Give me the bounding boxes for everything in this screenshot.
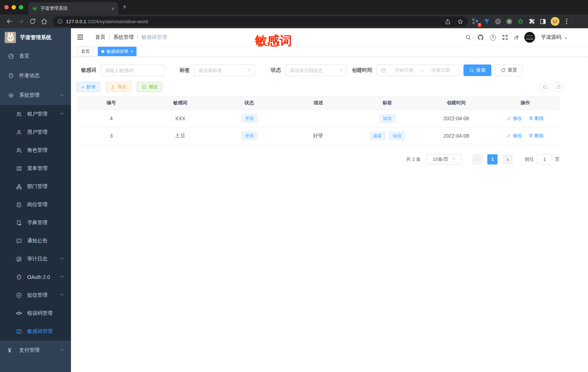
reload-icon[interactable] [29, 18, 36, 25]
tag-filter-select[interactable] [194, 64, 255, 76]
sidebar-item-sensitive-word[interactable]: 敏感词管理 [0, 322, 71, 340]
font-size-icon[interactable]: тT [514, 34, 518, 41]
bookmark-star-icon[interactable] [457, 18, 463, 25]
date-range-picker[interactable]: 开始日期 - 结束日期 [377, 64, 460, 76]
table-tools [539, 82, 563, 92]
status-filter-select[interactable] [285, 64, 347, 76]
url-text[interactable]: 127.0.0.1:1024/system/sensitive-word [66, 19, 438, 24]
export-button[interactable]: 导出 [106, 82, 131, 92]
breadcrumb-system[interactable]: 系统管理 [113, 34, 134, 41]
sidebar-item-post[interactable]: 岗位管理 [0, 196, 71, 214]
sidebar-item-menu[interactable]: 菜单管理 [0, 159, 71, 177]
back-icon[interactable] [6, 18, 13, 25]
sidebar-item-errcode[interactable]: </> 错误码管理 [0, 304, 71, 322]
sidebar-item-home[interactable]: 首页 [0, 46, 71, 66]
chevron-down-icon [61, 293, 64, 297]
delete-link[interactable]: 删除 [529, 133, 544, 139]
robot-icon [16, 274, 22, 280]
reset-button[interactable]: 重置 [495, 64, 523, 76]
goto-group: 前往 页 [525, 154, 560, 164]
browser-tab[interactable]: 芋道管理系统 × [28, 2, 118, 14]
window-zoom-button[interactable] [19, 5, 23, 9]
edit-icon [507, 133, 512, 138]
screenshot-extension-icon[interactable]: 9 [472, 18, 479, 25]
word-filter-input[interactable] [101, 64, 164, 76]
tag-home[interactable]: 首页 [77, 47, 93, 56]
user-avatar[interactable] [524, 32, 535, 43]
dashboard-icon [8, 53, 14, 59]
sidebar-item-notice[interactable]: 通知公告 [0, 232, 71, 250]
home-icon[interactable] [41, 18, 48, 25]
date-start-placeholder[interactable]: 开始日期 [389, 67, 419, 74]
add-button[interactable]: + 新增 [77, 82, 100, 92]
window-close-button[interactable] [4, 5, 9, 9]
site-info-icon[interactable] [57, 18, 63, 24]
tag-sensitive-word[interactable]: 敏感词管理 × [98, 47, 136, 56]
sidebar-item-dept[interactable]: 部门管理 [0, 177, 71, 196]
org-tree-icon [16, 184, 22, 190]
sidebar: 芋道管理系统 首页 作者动态 系统管理 租户管理 用户管理 [0, 28, 71, 372]
edit-link[interactable]: 修改 [507, 133, 522, 139]
page-unit-label: 页 [555, 156, 560, 163]
caret-down-icon[interactable]: ▾ [565, 35, 567, 41]
fullscreen-icon[interactable] [502, 34, 508, 41]
chevron-down-icon [61, 275, 64, 279]
page-size-select[interactable]: 10条/页 [427, 154, 462, 164]
sidebar-item-author[interactable]: 作者动态 [0, 66, 71, 85]
prev-page-button[interactable]: ‹ [472, 154, 482, 164]
search-icon [469, 68, 474, 73]
sidebar-item-role[interactable]: 角色管理 [0, 141, 71, 159]
sidebar-item-sms[interactable]: 短信管理 [0, 286, 71, 304]
calendar-icon [381, 68, 386, 73]
date-end-placeholder[interactable]: 结束日期 [426, 67, 455, 74]
forward-icon[interactable] [17, 18, 25, 25]
new-tab-button[interactable]: + [122, 3, 127, 11]
col-desc: 描述 [284, 96, 353, 110]
funnel-extension-icon[interactable] [483, 18, 490, 25]
side-panel-icon[interactable] [539, 18, 546, 25]
test-button[interactable]: 测试 [137, 82, 162, 92]
next-page-button[interactable]: › [503, 154, 513, 164]
edit-link[interactable]: 修改 [507, 115, 522, 122]
share-icon[interactable] [445, 18, 451, 25]
tab-close-icon[interactable]: × [111, 5, 114, 12]
tag-close-icon[interactable]: × [130, 49, 133, 54]
command-extension-icon[interactable]: ⌘ [495, 18, 501, 25]
browser-menu-icon[interactable] [564, 18, 570, 25]
extensions-puzzle-icon[interactable] [528, 18, 535, 25]
extension-icons: 9 ⌘ [472, 17, 570, 26]
search-button[interactable]: 搜索 [463, 64, 491, 76]
help-icon[interactable]: ? [490, 34, 496, 41]
delete-link[interactable]: 删除 [529, 115, 544, 122]
sidebar-item-user[interactable]: 用户管理 [0, 123, 71, 141]
sidebar-item-dict[interactable]: 字典管理 [0, 214, 71, 232]
chevron-down-icon [61, 112, 64, 116]
col-word: 敏感词 [146, 96, 215, 110]
search-icon[interactable] [465, 34, 471, 41]
github-icon[interactable] [477, 34, 484, 41]
record-extension-icon[interactable] [506, 18, 513, 25]
status-badge: 开启 [241, 131, 257, 140]
status-filter-label: 状态 [271, 67, 281, 74]
sidebar-item-oauth[interactable]: OAuth 2.0 [0, 268, 71, 286]
window-minimize-button[interactable] [12, 5, 16, 9]
sidebar-item-pay[interactable]: ¥ 支付管理 [0, 340, 71, 360]
trash-icon [529, 133, 533, 138]
sidebar-item-system[interactable]: 系统管理 [0, 85, 71, 105]
sidebar-item-audit[interactable]: 审计日志 [0, 250, 71, 268]
sidebar-item-tenant[interactable]: 租户管理 [0, 105, 71, 123]
user-name[interactable]: 芋道源码 [541, 34, 561, 41]
star-extension-icon[interactable] [517, 18, 524, 25]
tag-filter-label: 标签 [180, 67, 190, 74]
app-navbar: 首页 / 系统管理 / 敏感词管理 ? тT 芋道源码 ▾ [71, 28, 588, 46]
profile-avatar[interactable] [551, 17, 559, 26]
app-logo-rabbit [5, 32, 16, 43]
page-number-1[interactable]: 1 [487, 154, 497, 164]
app-logo-row: 芋道管理系统 [0, 28, 71, 46]
collapse-sidebar-icon[interactable] [77, 34, 84, 41]
goto-page-input[interactable] [537, 154, 552, 164]
hide-search-button[interactable] [539, 82, 550, 92]
address-bar[interactable]: 127.0.0.1:1024/system/sensitive-word [53, 16, 468, 26]
breadcrumb-home[interactable]: 首页 [95, 34, 105, 41]
refresh-table-button[interactable] [553, 82, 563, 92]
